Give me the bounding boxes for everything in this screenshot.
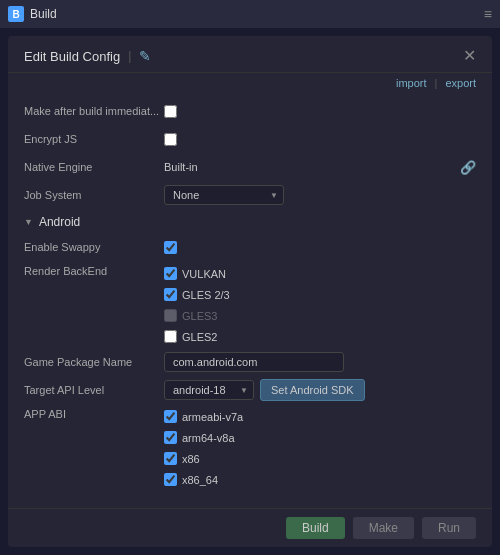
arm64-v8a-checkbox[interactable] (164, 431, 177, 444)
game-package-input[interactable] (164, 352, 344, 372)
close-button[interactable]: ✕ (463, 48, 476, 64)
android-section-header[interactable]: ▼ Android (24, 209, 476, 233)
panel-separator: | (128, 49, 131, 63)
job-system-control: None TBB TaskFlow (164, 185, 476, 205)
app-abi-control: armeabi-v7a arm64-v8a x86 x86_64 (164, 408, 476, 488)
gles2-checkbox[interactable] (164, 330, 177, 343)
enable-swappy-checkbox[interactable] (164, 241, 177, 254)
title-bar-menu-icon[interactable]: ≡ (484, 6, 492, 22)
armeabi-v7a-checkbox[interactable] (164, 410, 177, 423)
x86-checkbox[interactable] (164, 452, 177, 465)
import-export-row: import | export (8, 73, 492, 93)
render-backend-row: Render BackEnd VULKAN GLES 2/3 GLES3 (24, 261, 476, 348)
target-api-control: android-18 android-21 android-26 android… (164, 379, 476, 401)
job-system-row: Job System None TBB TaskFlow (24, 181, 476, 209)
vulkan-row: VULKAN (164, 265, 226, 282)
render-backend-label: Render BackEnd (24, 265, 164, 277)
main-panel: Edit Build Config | ✎ ✕ import | export … (8, 36, 492, 547)
app-title: Build (30, 7, 57, 21)
build-button[interactable]: Build (286, 517, 345, 539)
panel-title-row: Edit Build Config | ✎ (24, 48, 151, 64)
export-button[interactable]: export (445, 77, 476, 89)
gles2-row: GLES2 (164, 328, 217, 345)
panel-content: Make after build immediat... Encrypt JS … (8, 93, 492, 508)
arm64-v8a-row: arm64-v8a (164, 429, 235, 446)
gles3-checkbox (164, 309, 177, 322)
gles23-row: GLES 2/3 (164, 286, 230, 303)
x86-row: x86 (164, 450, 200, 467)
x86-64-row: x86_64 (164, 471, 218, 488)
job-system-select-wrap: None TBB TaskFlow (164, 185, 284, 205)
gles3-label: GLES3 (182, 310, 217, 322)
panel-title: Edit Build Config (24, 49, 120, 64)
enable-swappy-control (164, 241, 476, 254)
x86-64-label: x86_64 (182, 474, 218, 486)
armeabi-v7a-row: armeabi-v7a (164, 408, 243, 425)
app-abi-label: APP ABI (24, 408, 164, 420)
encrypt-js-checkbox[interactable] (164, 133, 177, 146)
render-backend-control: VULKAN GLES 2/3 GLES3 GLES2 (164, 265, 476, 345)
panel-header: Edit Build Config | ✎ ✕ (8, 36, 492, 73)
encrypt-js-row: Encrypt JS (24, 125, 476, 153)
game-package-row: Game Package Name (24, 348, 476, 376)
enable-swappy-row: Enable Swappy (24, 233, 476, 261)
make-after-build-label: Make after build immediat... (24, 105, 164, 117)
make-after-build-row: Make after build immediat... (24, 97, 476, 125)
run-button[interactable]: Run (422, 517, 476, 539)
x86-label: x86 (182, 453, 200, 465)
native-engine-link-icon[interactable]: 🔗 (460, 160, 476, 175)
job-system-select[interactable]: None TBB TaskFlow (164, 185, 284, 205)
native-engine-row: Native Engine Built-in 🔗 (24, 153, 476, 181)
panel-footer: Build Make Run (8, 508, 492, 547)
make-after-build-control (164, 105, 476, 118)
android-section-content: Enable Swappy Render BackEnd VULKAN GLES… (24, 233, 476, 491)
encrypt-js-label: Encrypt JS (24, 133, 164, 145)
encrypt-js-control (164, 133, 476, 146)
game-package-control (164, 352, 476, 372)
game-package-label: Game Package Name (24, 356, 164, 368)
target-api-row: Target API Level android-18 android-21 a… (24, 376, 476, 404)
android-section-label: Android (39, 215, 80, 229)
x86-64-checkbox[interactable] (164, 473, 177, 486)
import-button[interactable]: import (396, 77, 427, 89)
enable-swappy-label: Enable Swappy (24, 241, 164, 253)
make-button[interactable]: Make (353, 517, 414, 539)
target-api-select-wrap: android-18 android-21 android-26 android… (164, 380, 254, 400)
vulkan-checkbox[interactable] (164, 267, 177, 280)
gles3-row: GLES3 (164, 307, 217, 324)
native-engine-control: Built-in 🔗 (164, 160, 476, 175)
set-android-sdk-button[interactable]: Set Android SDK (260, 379, 365, 401)
vulkan-label: VULKAN (182, 268, 226, 280)
gles2-label: GLES2 (182, 331, 217, 343)
edit-config-icon[interactable]: ✎ (139, 48, 151, 64)
make-after-build-checkbox[interactable] (164, 105, 177, 118)
ie-separator: | (435, 77, 438, 89)
arm64-v8a-label: arm64-v8a (182, 432, 235, 444)
job-system-label: Job System (24, 189, 164, 201)
android-section-arrow: ▼ (24, 217, 33, 227)
native-engine-label: Native Engine (24, 161, 164, 173)
app-abi-row: APP ABI armeabi-v7a arm64-v8a x86 (24, 404, 476, 491)
gles23-checkbox[interactable] (164, 288, 177, 301)
title-bar: B Build ≡ (0, 0, 500, 28)
armeabi-v7a-label: armeabi-v7a (182, 411, 243, 423)
target-api-select[interactable]: android-18 android-21 android-26 android… (164, 380, 254, 400)
native-engine-value: Built-in (164, 161, 198, 173)
target-api-label: Target API Level (24, 384, 164, 396)
gles23-label: GLES 2/3 (182, 289, 230, 301)
app-icon: B (8, 6, 24, 22)
